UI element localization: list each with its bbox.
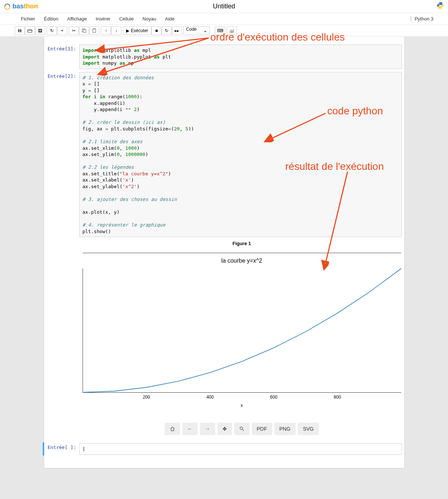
move-down-button[interactable]: ↓	[111, 26, 121, 35]
save-button[interactable]	[15, 26, 25, 35]
menu-fichier[interactable]: Fichier	[16, 16, 39, 22]
cell-type-select[interactable]: Code	[183, 26, 210, 35]
download-button[interactable]	[35, 26, 45, 35]
svg-point-1	[439, 3, 440, 3]
menu-cellule[interactable]: Cellule	[115, 16, 138, 22]
plot-pdf-button[interactable]: PDF	[252, 423, 272, 435]
paste-button[interactable]	[89, 26, 99, 35]
add-cell-button[interactable]: +	[57, 26, 67, 35]
keyboard-button[interactable]: ⌨	[215, 26, 225, 35]
svg-rect-5	[83, 30, 86, 33]
plot-zoom-button[interactable]	[234, 423, 250, 435]
cell-1-code[interactable]: import matplotlib as mpl import matplotl…	[79, 45, 402, 69]
python-icon	[436, 1, 444, 12]
plot-png-button[interactable]: PNG	[274, 423, 296, 435]
undo-button[interactable]: ↻	[47, 26, 57, 35]
svg-rect-6	[93, 29, 96, 33]
logo: basthon	[4, 3, 38, 10]
plot-back-button[interactable]: ←	[182, 423, 198, 435]
menu-affichage[interactable]: Affichage	[63, 16, 91, 22]
kernel-indicator: Python 3	[411, 16, 433, 22]
chart: la courbe y=x^2 200400600800 x ← → ✥ PDF…	[83, 253, 401, 435]
x-tick: 200	[143, 395, 150, 400]
copy-button[interactable]	[79, 26, 89, 35]
plot-pan-button[interactable]: ✥	[217, 423, 232, 435]
chart-title: la courbe y=x^2	[83, 255, 401, 264]
cell-3-code[interactable]: |	[79, 443, 402, 455]
fast-forward-button[interactable]: ▸▸	[172, 26, 182, 35]
plot-area: 200400600800	[83, 268, 401, 393]
plot-forward-button[interactable]: →	[200, 423, 215, 435]
plot-toolbar: ← → ✥ PDF PNG SVG	[83, 423, 401, 435]
menu-inserer[interactable]: Insérer	[91, 16, 115, 22]
restart-button[interactable]: ↻	[162, 26, 172, 35]
menu-aide[interactable]: Aide	[161, 16, 179, 22]
menu-bar: Fichier Édition Affichage Insérer Cellul…	[0, 13, 448, 25]
cell-1[interactable]: Entrée[1]: import matplotlib as mpl impo…	[44, 44, 404, 70]
basthon-logo-icon	[4, 3, 11, 10]
output-area: Figure 1 la courbe y=x^2 200400600800 x …	[83, 241, 401, 435]
page-title[interactable]: Untitled	[213, 3, 235, 10]
figure-label: Figure 1	[83, 241, 401, 246]
run-button[interactable]: ▶Exécuter	[123, 26, 151, 35]
cut-button[interactable]: ✂	[69, 26, 79, 35]
svg-point-2	[441, 8, 441, 8]
plot-home-button[interactable]	[165, 423, 180, 435]
cell-2-code[interactable]: # 1. création des données x = [] y = [] …	[79, 72, 402, 237]
cell-2-prompt: Entrée[2]:	[46, 72, 79, 237]
x-axis-label: x	[83, 403, 401, 408]
header-bar: basthon Untitled	[0, 0, 448, 13]
x-tick: 600	[270, 395, 277, 400]
cell-2[interactable]: Entrée[2]: # 1. création des données x =…	[44, 71, 404, 238]
svg-rect-7	[94, 28, 95, 29]
cell-1-prompt: Entrée[1]:	[46, 45, 79, 69]
open-button[interactable]	[25, 26, 35, 35]
notebook: Entrée[1]: import matplotlib as mpl impo…	[44, 37, 404, 468]
menu-noyau[interactable]: Noyau	[138, 16, 161, 22]
page-background: Entrée[1]: import matplotlib as mpl impo…	[0, 37, 448, 499]
toolbar: ↻ + ✂ ↑ ↓ ▶Exécuter ■ ↻ ▸▸ Code ⌨	[0, 25, 448, 37]
stop-button[interactable]: ■	[151, 26, 162, 35]
cell-3[interactable]: Entrée[ ]: |	[43, 442, 404, 456]
cell-3-prompt: Entrée[ ]:	[46, 443, 79, 455]
svg-point-8	[240, 427, 242, 430]
menu-edition[interactable]: Édition	[39, 16, 63, 22]
plot-svg-button[interactable]: SVG	[298, 423, 319, 435]
chart-button[interactable]	[227, 26, 237, 35]
move-up-button[interactable]: ↑	[101, 26, 111, 35]
x-tick: 400	[206, 395, 214, 400]
x-tick: 800	[334, 395, 341, 400]
